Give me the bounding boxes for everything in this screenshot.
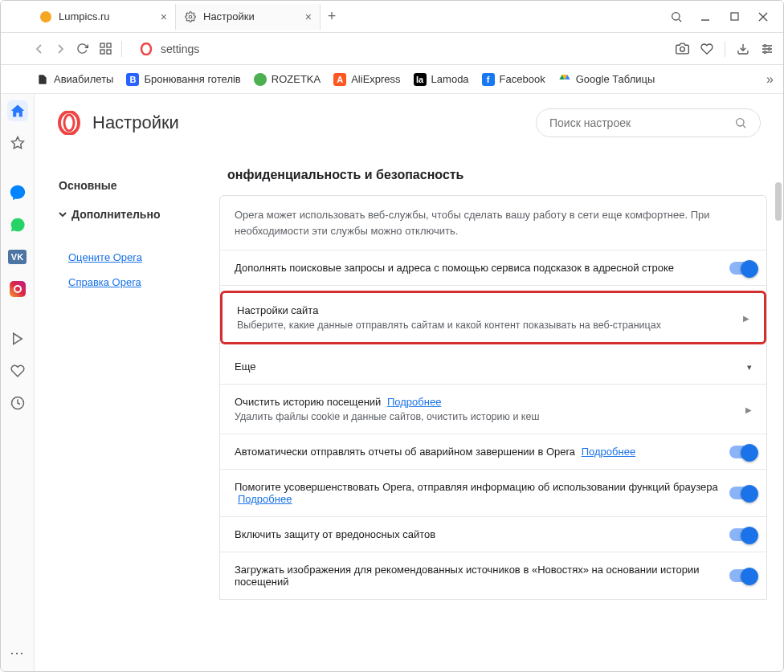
rail-flow[interactable] [7,328,28,349]
bookmark-google-sheets[interactable]: Google Таблицы [558,73,655,86]
snapshot-icon[interactable] [676,42,689,55]
maximize-button[interactable] [727,10,741,24]
reload-button[interactable] [76,43,88,55]
close-button[interactable] [756,10,770,24]
row-autocomplete: Дополнять поисковые запросы и адреса с п… [220,250,766,286]
row-more[interactable]: Еще ▾ [220,349,766,385]
crash-learn-more[interactable]: Подробнее [582,446,635,458]
tab-lumpics[interactable]: Lumpics.ru × [31,4,176,30]
titlebar: Lumpics.ru × Настройки × + [1,1,783,33]
tab-settings[interactable]: Настройки × [176,4,321,30]
bookmark-label: Lamoda [431,73,469,85]
nav-rate-opera[interactable]: Оцените Opera [49,245,219,270]
svg-line-2 [679,19,681,22]
bookmarks-overflow-button[interactable]: » [766,72,774,87]
bookmark-label: Авиабилеты [54,73,113,85]
toggle-autocomplete[interactable] [729,262,757,275]
row-clear-history[interactable]: Очистить историю посещений Подробнее Уда… [220,385,766,434]
tab-title: Lumpics.ru [59,10,110,22]
opera-logo-icon [57,111,81,135]
rail-vk[interactable]: VK [7,246,28,267]
bookmarks-bar: Авиабилеты B Бронювання готелів ROZETKA … [1,65,783,94]
svg-rect-8 [107,43,111,47]
row-title: Настройки сайта [237,304,729,316]
easy-setup-icon[interactable] [761,43,774,55]
speed-dial-button[interactable] [100,43,112,55]
svg-rect-4 [731,13,738,20]
rail-messenger[interactable] [7,182,28,203]
bookmark-facebook[interactable]: f Facebook [482,73,545,86]
svg-rect-9 [100,50,104,54]
lamoda-icon: la [414,73,427,86]
chevron-right-icon: ▶ [743,313,749,322]
rail-bookmarks[interactable] [7,132,28,153]
toggle-news-images[interactable] [729,569,757,582]
download-icon[interactable] [737,43,749,55]
svg-point-19 [764,51,766,53]
svg-point-11 [141,43,151,55]
divider [725,41,725,57]
settings-search[interactable] [536,108,761,137]
bookmark-aviabilety[interactable]: Авиабилеты [36,73,113,86]
improve-learn-more[interactable]: Подробнее [238,493,292,505]
svg-marker-21 [13,333,22,344]
search-icon[interactable] [669,10,684,24]
row-label: Автоматически отправлять отчеты об авари… [235,446,731,458]
bookmark-aliexpress[interactable]: A AliExpress [333,73,400,86]
bookmark-lamoda[interactable]: la Lamoda [414,73,469,86]
address-field[interactable]: settings [132,43,666,55]
row-subtitle: Удалить файлы cookie и данные сайтов, оч… [235,411,731,422]
close-icon[interactable]: × [305,10,312,23]
window-controls [669,10,777,24]
toggle-malware[interactable] [729,528,757,541]
divider [121,41,122,57]
tab-title: Настройки [203,10,255,22]
heart-icon[interactable] [700,43,713,55]
scrollbar[interactable] [775,182,782,221]
row-label: Еще [235,360,731,373]
row-title: Очистить историю посещений Подробнее [235,396,731,408]
minimize-button[interactable] [698,10,713,24]
forward-button[interactable] [55,44,65,54]
nav-basic[interactable]: Основные [49,171,219,200]
rail-personal-news[interactable] [7,360,28,381]
rail-home[interactable] [7,100,28,121]
clear-history-learn-more[interactable]: Подробнее [387,396,441,408]
chevron-right-icon: ▶ [745,405,752,413]
document-icon [36,73,49,86]
svg-point-24 [64,115,74,131]
bookmark-label: ROZETKA [272,73,321,85]
rail-whatsapp[interactable] [7,214,28,235]
bookmark-rozetka[interactable]: ROZETKA [254,73,321,86]
close-icon[interactable]: × [161,10,167,23]
row-news-images: Загружать изображения для рекомендованны… [220,552,766,599]
row-site-settings[interactable]: Настройки сайта Выберите, какие данные о… [223,293,764,342]
svg-point-12 [680,47,685,51]
bookmark-label: Facebook [500,73,545,85]
svg-point-0 [189,15,192,18]
crash-label: Автоматически отправлять отчеты об авари… [235,446,575,458]
bookmark-booking[interactable]: B Бронювання готелів [126,73,240,86]
svg-point-17 [764,44,766,47]
row-label: Дополнять поисковые запросы и адреса с п… [235,262,731,274]
google-drive-icon [558,73,571,86]
bookmark-label: AliExpress [351,73,400,85]
nav-help-opera[interactable]: Справка Opera [49,270,219,295]
settings-content: онфиденциальность и безопасность Opera м… [219,152,783,671]
svg-point-1 [672,12,680,19]
row-malware-protection: Включить защиту от вредоносных сайтов [220,517,766,552]
nav-advanced[interactable]: Дополнительно [49,200,219,229]
rail-history[interactable] [7,393,28,413]
new-tab-button[interactable]: + [321,6,343,28]
rail-more[interactable]: ⋯ [7,642,28,663]
highlight-site-settings: Настройки сайта Выберите, какие данные о… [220,291,766,344]
rail-instagram[interactable] [7,279,28,299]
clear-history-label: Очистить историю посещений [235,396,381,408]
toggle-improve[interactable] [729,487,757,499]
settings-search-input[interactable] [549,116,734,129]
settings-header: Настройки [35,94,783,152]
back-button[interactable] [35,44,44,54]
toggle-crash-reports[interactable] [729,446,757,458]
nav-advanced-label: Дополнительно [71,208,160,221]
sidebar-rail: VK ⋯ [1,94,35,671]
